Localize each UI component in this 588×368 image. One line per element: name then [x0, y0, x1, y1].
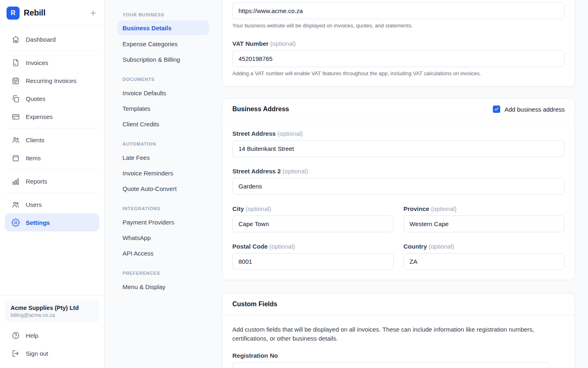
custom-fields-body: Add custom fields that will be displayed… [223, 315, 575, 368]
settings-section-title: YOUR BUSINESS [122, 12, 209, 17]
sidebar: R Rebill + Dashboard Invoices Recurring … [0, 0, 105, 368]
street-address-2-input[interactable] [232, 178, 565, 195]
settings-section-title: DOCUMENTS [122, 77, 209, 82]
city-label: City (optional) [232, 205, 394, 212]
sidebar-item-quotes[interactable]: Quotes [5, 90, 99, 108]
vat-label: VAT Number (optional) [232, 40, 565, 47]
province-label: Province (optional) [403, 205, 565, 212]
street-address-label: Street Address (optional) [232, 130, 565, 137]
settings-nav-menu-display[interactable]: Menu & Display [118, 279, 209, 294]
street-address-input[interactable] [232, 140, 565, 157]
sidebar-item-label: Recurring Invoices [26, 77, 76, 84]
app-logo-letter: R [11, 9, 16, 17]
vat-field: VAT Number (optional) Adding a VAT numbe… [232, 40, 565, 76]
app-logo: R [7, 7, 20, 20]
sidebar-item-users[interactable]: Users [5, 195, 99, 213]
postal-code-field: Postal Code (optional) [232, 243, 394, 270]
gear-icon [11, 218, 20, 227]
bar-chart-icon [11, 177, 20, 186]
people-icon [11, 136, 20, 144]
sidebar-footer: Acme Supplies (Pty) Ltd billing@acme.co.… [0, 295, 104, 368]
vat-input[interactable] [232, 50, 565, 67]
custom-fields-card: Custom Fields Add custom fields that wil… [222, 293, 575, 368]
calendar-icon [11, 76, 20, 85]
settings-nav-invoice-defaults[interactable]: Invoice Defaults [118, 85, 209, 101]
custom-fields-title: Custom Fields [232, 301, 277, 308]
account-card[interactable]: Acme Supplies (Pty) Ltd billing@acme.co.… [5, 301, 99, 322]
sidebar-nav: Dashboard Invoices Recurring Invoices Qu… [0, 26, 104, 231]
credit-card-icon [11, 112, 20, 121]
business-address-header: Business Address Add business address [223, 99, 575, 120]
settings-nav-expense-categories[interactable]: Expense Categories [118, 36, 209, 52]
optional-tag: (optional) [246, 205, 272, 212]
sidebar-item-recurring-invoices[interactable]: Recurring Invoices [5, 72, 99, 90]
sidebar-item-label: Users [26, 201, 42, 208]
sidebar-item-invoices[interactable]: Invoices [5, 54, 99, 72]
home-icon [11, 35, 20, 44]
street-address-field: Street Address (optional) [232, 130, 565, 157]
sidebar-item-label: Items [26, 155, 41, 162]
sidebar-item-label: Expenses [26, 113, 53, 120]
invoice-icon [11, 58, 20, 67]
sidebar-header: R Rebill + [0, 0, 104, 26]
sidebar-item-settings[interactable]: Settings [5, 213, 99, 231]
province-input[interactable] [403, 215, 565, 232]
business-address-body: Street Address (optional) Street Address… [223, 120, 575, 280]
settings-section-title: AUTOMATION [122, 141, 209, 146]
registration-no-input[interactable] [232, 362, 549, 368]
street-address-2-field: Street Address 2 (optional) [232, 168, 565, 195]
add-business-address-toggle[interactable]: Add business address [493, 105, 565, 113]
settings-nav-client-credits[interactable]: Client Credits [118, 116, 209, 132]
sidebar-item-dashboard[interactable]: Dashboard [5, 30, 99, 48]
copy-icon [11, 94, 20, 103]
business-info-card: Your business website will be displayed … [222, 0, 575, 87]
city-field: City (optional) [232, 205, 394, 232]
app-name: Rebill [24, 8, 45, 18]
sign-out-label: Sign out [26, 350, 48, 357]
sidebar-item-label: Clients [26, 137, 45, 144]
settings-nav-templates[interactable]: Templates [118, 101, 209, 116]
settings-nav-whatsapp[interactable]: WhatsApp [118, 230, 209, 245]
country-field: Country (optional) [403, 243, 565, 270]
main-content: Your business website will be displayed … [222, 0, 588, 368]
sidebar-item-clients[interactable]: Clients [5, 131, 99, 149]
settings-nav-quote-auto-convert[interactable]: Quote Auto-Convert [118, 181, 209, 196]
website-input[interactable] [232, 2, 565, 19]
settings-nav: YOUR BUSINESS Business Details Expense C… [105, 0, 222, 368]
settings-nav-api-access[interactable]: API Access [118, 245, 209, 261]
create-new-button[interactable]: + [89, 8, 98, 18]
business-address-card: Business Address Add business address St… [222, 98, 575, 280]
optional-tag: (optional) [270, 40, 296, 47]
sidebar-item-label: Settings [26, 219, 50, 226]
account-email: billing@acme.co.za [11, 312, 94, 318]
postal-code-input[interactable] [232, 253, 394, 270]
province-field: Province (optional) [403, 205, 565, 232]
sign-out-button[interactable]: Sign out [5, 344, 99, 362]
settings-nav-payment-providers[interactable]: Payment Providers [118, 214, 209, 230]
settings-nav-late-fees[interactable]: Late Fees [118, 150, 209, 165]
signout-icon [11, 349, 20, 358]
vat-help-text: Adding a VAT number will enable VAT feat… [232, 70, 565, 76]
optional-tag: (optional) [277, 130, 303, 137]
settings-nav-business-details[interactable]: Business Details [118, 20, 209, 35]
website-field: Your business website will be displayed … [232, 2, 565, 29]
box-icon [11, 154, 20, 162]
street-address-2-label: Street Address 2 (optional) [232, 168, 565, 175]
settings-section-title: PREFERENCES [122, 271, 209, 276]
divider [7, 128, 98, 128]
help-button[interactable]: Help [5, 326, 99, 344]
sidebar-item-expenses[interactable]: Expenses [5, 108, 99, 126]
custom-fields-description: Add custom fields that will be displayed… [232, 325, 551, 343]
country-input[interactable] [403, 253, 565, 270]
sidebar-item-items[interactable]: Items [5, 149, 99, 167]
divider [7, 193, 98, 193]
settings-nav-subscription-billing[interactable]: Subscription & Billing [118, 52, 209, 67]
city-input[interactable] [232, 215, 394, 232]
checkbox-checked[interactable] [493, 105, 500, 113]
sidebar-item-reports[interactable]: Reports [5, 172, 99, 190]
optional-tag: (optional) [270, 243, 295, 250]
users-icon [11, 200, 20, 209]
sidebar-item-label: Invoices [26, 59, 48, 66]
settings-nav-invoice-reminders[interactable]: Invoice Reminders [118, 165, 209, 181]
sidebar-item-label: Dashboard [26, 36, 56, 43]
